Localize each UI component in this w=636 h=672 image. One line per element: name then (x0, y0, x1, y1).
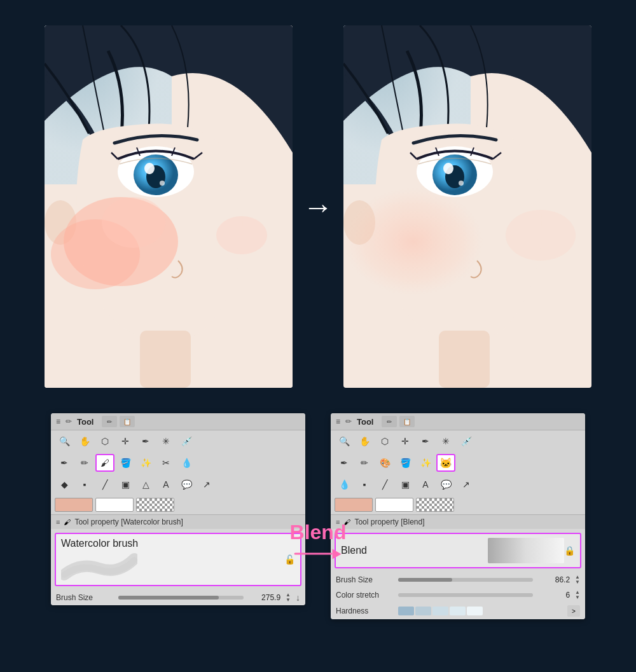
blend-tool-active[interactable]: 🐱 (436, 454, 455, 472)
move-r[interactable]: ✛ (396, 432, 415, 450)
water-r[interactable]: 💧 (335, 476, 354, 493)
vec-pen-r[interactable]: ✒ (335, 454, 354, 472)
color-stretch-value: 6 (538, 591, 570, 600)
brush-size-slider-r[interactable] (398, 578, 533, 582)
right-tool-panel: ≡ ✏ Tool ✏ 📋 🔍 ✋ ⬡ ✛ ✒ ✳ 💉 ✒ ✏ 🎨 🪣 ✨ 🐱 (331, 413, 585, 619)
hardness-row: Hardness > (331, 603, 585, 619)
text-r[interactable]: A (416, 476, 435, 493)
3d-r[interactable]: ⬡ (375, 432, 394, 450)
bubble-tool[interactable]: 💬 (177, 476, 196, 493)
tool-property-section-left: ≡ 🖌 Tool property [Watercolor brush] Wat… (51, 514, 305, 605)
fill-r[interactable]: 🪣 (396, 454, 415, 472)
property-header-left: ≡ 🖌 Tool property [Watercolor brush] (51, 515, 305, 529)
lock-icon-right[interactable]: 🔒 (564, 545, 575, 556)
magnify-tool[interactable]: 🔍 (55, 432, 74, 450)
hardness-block-2 (415, 607, 431, 615)
fill-tool[interactable]: 🪣 (116, 454, 135, 472)
line-r[interactable]: ╱ (375, 476, 394, 493)
property-menu-icon[interactable]: ≡ (56, 518, 60, 526)
brush-size-stepper-r[interactable]: ▲ ▼ (575, 575, 580, 585)
vector-pen[interactable]: ✒ (55, 454, 74, 472)
header-tabs-left: ✏ 📋 (102, 416, 135, 427)
color-stretch-stepper[interactable]: ▲ ▼ (575, 590, 580, 600)
arrow-shape[interactable]: △ (136, 476, 155, 493)
rect-r[interactable]: ▪ (355, 476, 374, 493)
dropper-r[interactable]: 💉 (457, 432, 476, 450)
toolbar-row3-right: 💧 ▪ ╱ ▣ A 💬 ↗ (331, 474, 585, 495)
sparkle-tool[interactable]: ✨ (136, 454, 155, 472)
3d-tool[interactable]: ⬡ (95, 432, 114, 450)
hardness-block-3 (432, 607, 448, 615)
magnify-r[interactable]: 🔍 (335, 432, 354, 450)
hand-tool[interactable]: ✋ (75, 432, 94, 450)
blend-item[interactable]: Blend 🔒 (335, 533, 581, 568)
menu-icon-right[interactable]: ≡ (336, 417, 340, 426)
hardness-expand[interactable]: > (567, 605, 580, 617)
tool-property-section-right: ≡ 🖌 Tool property [Blend] Blend 🔒 Brush … (331, 514, 585, 619)
brush-tool-active[interactable]: 🖌 (95, 454, 114, 472)
text-tool[interactable]: A (156, 476, 176, 493)
blend-label-container: Blend (290, 520, 347, 559)
star-r[interactable]: ✳ (436, 432, 455, 450)
before-after-arrow: → (293, 189, 343, 224)
download-btn[interactable]: ↓ (296, 593, 300, 603)
toolbar-row1-left: 🔍 ✋ ⬡ ✛ ✒ ✳ 💉 (51, 430, 305, 452)
toolbar-row3-left: ◆ ▪ ╱ ▣ △ A 💬 ↗ (51, 474, 305, 495)
toolbar-row1-right: 🔍 ✋ ⬡ ✛ ✒ ✳ 💉 (331, 430, 585, 452)
select-r[interactable]: ↗ (457, 476, 476, 493)
arrow-icon: → (303, 189, 333, 224)
grid-r[interactable]: ▣ (396, 476, 415, 493)
secondary-color-swatch-right[interactable] (375, 498, 413, 512)
hardness-block-1 (398, 607, 414, 615)
brush-size-slider[interactable] (118, 596, 244, 600)
grid-tool[interactable]: ▣ (116, 476, 135, 493)
left-tool-panel: ≡ ✏ Tool ✏ 📋 🔍 ✋ ⬡ ✛ ✒ ✳ 💉 ✒ ✏ 🖌 🪣 ✨ ✂ (51, 413, 305, 605)
menu-icon-left[interactable]: ≡ (56, 417, 60, 426)
tool-label-left: Tool (77, 417, 93, 427)
pencil-tool[interactable]: ✏ (75, 454, 94, 472)
rect-tool[interactable]: ▪ (75, 476, 94, 493)
property-header-text-left: Tool property [Watercolor brush] (74, 518, 183, 526)
secondary-color-swatch[interactable] (95, 498, 134, 512)
right-panel-header: ≡ ✏ Tool ✏ 📋 (331, 413, 585, 430)
tab-brush-left[interactable]: ✏ (102, 416, 117, 427)
hand-r[interactable]: ✋ (355, 432, 374, 450)
eraser-tool[interactable]: ✂ (156, 454, 176, 472)
transparent-swatch[interactable] (136, 498, 174, 512)
water-tool[interactable]: 💧 (177, 454, 196, 472)
brush-size-stepper[interactable]: ▲ ▼ (286, 593, 291, 603)
watercolor-brush-item[interactable]: Watercolor brush 🔓 (55, 533, 301, 586)
color-stretch-row: Color stretch 6 ▲ ▼ (331, 587, 585, 603)
line-tool[interactable]: ╱ (95, 476, 114, 493)
brush-size-value-r: 86.2 (538, 575, 570, 584)
stepper-down[interactable]: ▼ (286, 598, 291, 603)
pencil-r[interactable]: ✏ (355, 454, 374, 472)
primary-color-swatch[interactable] (55, 498, 93, 512)
transparent-swatch-right[interactable] (416, 498, 454, 512)
tab-brush-right[interactable]: ✏ (382, 416, 397, 427)
sparkle-r[interactable]: ✨ (416, 454, 435, 472)
star-tool[interactable]: ✳ (156, 432, 176, 450)
pen-tool[interactable]: ✒ (136, 432, 155, 450)
dropper-tool[interactable]: 💉 (177, 432, 196, 450)
blend-info: Blend (341, 545, 488, 556)
move-tool[interactable]: ✛ (116, 432, 135, 450)
paint-r[interactable]: 🎨 (375, 454, 394, 472)
tab-options-right[interactable]: 📋 (399, 416, 415, 427)
left-panel-header: ≡ ✏ Tool ✏ 📋 (51, 413, 305, 430)
color-stretch-slider[interactable] (398, 593, 533, 597)
stepper-down-r[interactable]: ▼ (575, 580, 580, 585)
primary-color-swatch-right[interactable] (335, 498, 373, 512)
bubble-r[interactable]: 💬 (436, 476, 455, 493)
blend-stroke-preview (488, 538, 564, 563)
toolbar-row2-left: ✒ ✏ 🖌 🪣 ✨ ✂ 💧 (51, 452, 305, 474)
pen-r[interactable]: ✒ (416, 432, 435, 450)
tool-label-right: Tool (357, 417, 373, 427)
stepper-down-cs[interactable]: ▼ (575, 595, 580, 600)
bottom-section: ≡ ✏ Tool ✏ 📋 🔍 ✋ ⬡ ✛ ✒ ✳ 💉 ✒ ✏ 🖌 🪣 ✨ ✂ (0, 407, 636, 672)
color-stretch-label: Color stretch (336, 591, 393, 600)
select-tool[interactable]: ↗ (197, 476, 216, 493)
shape-tool[interactable]: ◆ (55, 476, 74, 493)
tab-options-left[interactable]: 📋 (120, 416, 135, 427)
top-section: → (0, 0, 636, 407)
